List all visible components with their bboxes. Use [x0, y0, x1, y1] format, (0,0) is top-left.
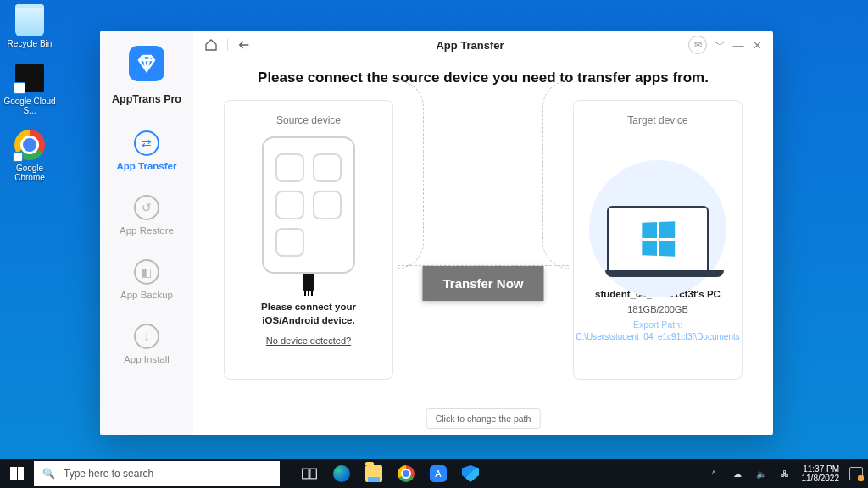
tray-network-icon[interactable]: 🖧 [778, 467, 792, 480]
taskbar-tray: ＾ ☁ 🔈 🖧 11:37 PM 11/8/2022 [707, 464, 869, 484]
tray-onedrive-icon[interactable]: ☁ [731, 467, 744, 480]
taskbar-app-explorer[interactable] [358, 459, 390, 488]
windows-logo-icon [642, 221, 675, 257]
minimize-button[interactable]: — [732, 39, 744, 51]
desktop-icon-recycle-bin[interactable]: Recycle Bin [3, 3, 56, 49]
source-message: Please connect your iOS/Android device. [233, 301, 384, 327]
app-brand: AppTrans Pro [112, 93, 181, 105]
taskbar-app-chrome[interactable] [390, 459, 422, 488]
sidebar-item-install[interactable]: ↓ App Install [124, 324, 170, 364]
title-bar: App Transfer ✉ ﹀ — ✕ [193, 30, 773, 59]
sidebar-item-label: App Restore [120, 225, 174, 236]
chrome-icon [398, 465, 415, 482]
taskbar-search[interactable]: 🔍 Type here to search [34, 461, 280, 486]
tray-chevron-icon[interactable]: ＾ [707, 467, 721, 480]
clock-time: 11:37 PM [803, 464, 839, 474]
menu-button[interactable]: ﹀ [714, 39, 726, 51]
transfer-now-button[interactable]: Transfer Now [422, 266, 543, 301]
target-storage: 181GB/200GB [627, 304, 688, 314]
laptop-icon [605, 206, 710, 277]
recycle-bin-icon [13, 3, 47, 37]
target-device-card: Target device student_04_e1c91cf3f's PC … [573, 100, 743, 380]
sidebar-item-restore[interactable]: ↺ App Restore [120, 195, 174, 236]
edge-icon [333, 465, 350, 482]
apptrans-icon: A [430, 465, 447, 482]
device-row: Source device Please connect your iOS/An… [193, 86, 773, 435]
taskbar-app-taskview[interactable] [293, 459, 326, 488]
transfer-icon: ⇄ [134, 130, 159, 156]
install-icon: ↓ [134, 324, 159, 349]
notifications-button[interactable] [849, 467, 863, 480]
home-button[interactable] [203, 37, 219, 53]
sidebar-item-label: App Install [124, 354, 170, 364]
taskbar-clock[interactable]: 11:37 PM 11/8/2022 [802, 464, 840, 484]
taskbar: 🔍 Type here to search A ＾ ☁ 🔈 🖧 11:37 PM… [0, 459, 868, 488]
path-tooltip: Click to change the path [426, 408, 541, 429]
sidebar: AppTrans Pro ⇄ App Transfer ↺ App Restor… [100, 30, 193, 435]
search-placeholder: Type here to search [64, 468, 153, 480]
desktop-icons: Recycle Bin Google Cloud S... Google Chr… [3, 3, 56, 183]
source-title: Source device [276, 114, 341, 126]
desktop-icon-chrome[interactable]: Google Chrome [3, 128, 56, 183]
phone-icon [262, 136, 355, 274]
main-pane: App Transfer ✉ ﹀ — ✕ Please connect the … [193, 30, 773, 435]
tray-volume-icon[interactable]: 🔈 [754, 467, 768, 480]
desktop-icon-google-cloud[interactable]: Google Cloud S... [3, 61, 56, 116]
back-button[interactable] [236, 37, 252, 53]
close-button[interactable]: ✕ [751, 39, 763, 51]
source-device-card: Source device Please connect your iOS/An… [224, 100, 393, 380]
explorer-icon [365, 465, 382, 482]
sidebar-item-backup[interactable]: ◧ App Backup [120, 259, 173, 300]
shortcut-icon [13, 61, 47, 95]
taskbar-apps: A [293, 459, 487, 488]
sidebar-item-label: App Transfer [117, 161, 177, 171]
taskbar-app-apptrans[interactable]: A [422, 459, 454, 488]
export-path-label: Export Path: [633, 319, 682, 330]
app-logo-icon [129, 46, 164, 81]
sidebar-nav: ⇄ App Transfer ↺ App Restore ◧ App Backu… [103, 130, 190, 364]
chrome-icon [13, 128, 47, 162]
clock-date: 11/8/2022 [802, 474, 840, 484]
page-title: App Transfer [260, 39, 680, 52]
sidebar-item-label: App Backup [120, 290, 173, 300]
no-device-link[interactable]: No device detected? [266, 336, 351, 346]
separator [227, 39, 228, 51]
shield-icon [462, 465, 479, 482]
taskbar-app-edge[interactable] [326, 459, 358, 488]
backup-icon: ◧ [134, 259, 159, 285]
desktop-icon-label: Google Chrome [3, 164, 56, 183]
desktop-icon-label: Recycle Bin [8, 39, 53, 49]
start-button[interactable] [0, 459, 34, 488]
svg-rect-0 [303, 469, 309, 479]
search-icon: 🔍 [42, 468, 55, 480]
headline: Please connect the source device you nee… [193, 69, 773, 86]
feedback-button[interactable]: ✉ [688, 36, 707, 54]
target-title: Target device [627, 114, 687, 126]
restore-icon: ↺ [134, 195, 159, 220]
desktop-icon-label: Google Cloud S... [3, 97, 56, 116]
sidebar-item-transfer[interactable]: ⇄ App Transfer [117, 130, 177, 171]
export-path-link[interactable]: C:\Users\student_04_e1c91cf3f\Documents [576, 331, 739, 342]
svg-rect-1 [310, 469, 317, 479]
usb-icon [303, 272, 314, 291]
app-window: AppTrans Pro ⇄ App Transfer ↺ App Restor… [100, 30, 773, 435]
taskbar-app-security[interactable] [454, 459, 487, 488]
